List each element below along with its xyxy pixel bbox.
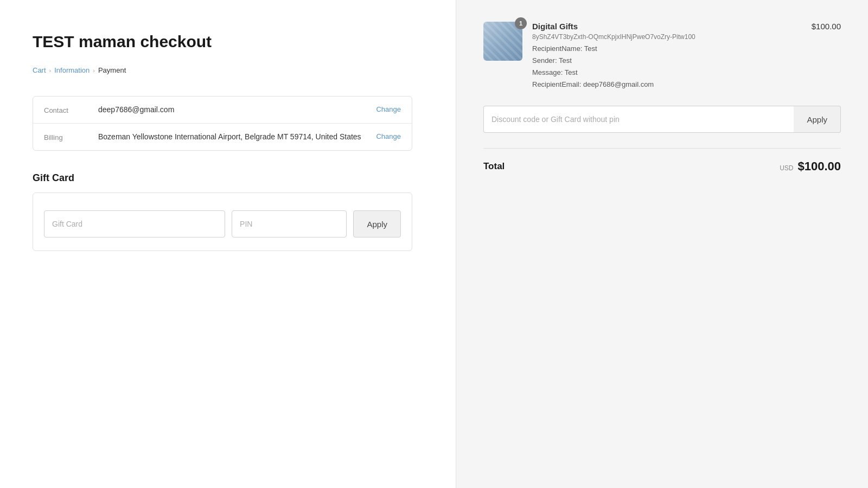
total-amount: $100.00 (797, 159, 841, 174)
contact-value: deep7686@gmail.com (98, 105, 365, 114)
product-meta: RecipientName: Test Sender: Test Message… (532, 43, 802, 91)
total-currency: USD (780, 164, 793, 172)
store-title: TEST maman checkout (33, 33, 412, 51)
contact-change-link[interactable]: Change (376, 105, 401, 113)
total-label: Total (483, 161, 505, 172)
total-divider (483, 148, 841, 149)
gift-card-box: Apply (33, 192, 412, 251)
right-panel: 1 Digital Gifts 8yShZ4VT3byZxth-OQmcKpjx… (456, 0, 868, 488)
product-details: Digital Gifts 8yShZ4VT3byZxth-OQmcKpjxIH… (532, 22, 802, 91)
contact-label: Contact (44, 105, 87, 114)
discount-code-input[interactable] (483, 106, 794, 133)
product-image-wrap: 1 (483, 22, 522, 61)
total-row: Total USD $100.00 (483, 159, 841, 174)
product-recipient-email: RecipientEmail: deep7686@gmail.com (532, 79, 802, 91)
breadcrumb-payment: Payment (98, 66, 126, 74)
gift-card-inputs: Apply (44, 210, 401, 237)
discount-row: Apply (483, 106, 841, 133)
product-item: 1 Digital Gifts 8yShZ4VT3byZxth-OQmcKpjx… (483, 22, 841, 91)
product-message: Message: Test (532, 67, 802, 79)
breadcrumb-cart[interactable]: Cart (33, 66, 46, 74)
gift-card-input[interactable] (44, 210, 225, 237)
breadcrumb-sep-2: › (93, 67, 95, 74)
billing-value: Bozeman Yellowstone International Airpor… (98, 132, 365, 141)
billing-label: Billing (44, 132, 87, 142)
product-sender: Sender: Test (532, 55, 802, 67)
discount-apply-button[interactable]: Apply (794, 106, 841, 133)
gift-card-section-title: Gift Card (33, 172, 412, 184)
gift-card-apply-button[interactable]: Apply (353, 210, 401, 237)
billing-row: Billing Bozeman Yellowstone Internationa… (33, 123, 412, 150)
contact-row: Contact deep7686@gmail.com Change (33, 97, 412, 123)
breadcrumb: Cart › Information › Payment (33, 66, 412, 74)
product-recipient-name: RecipientName: Test (532, 43, 802, 55)
billing-change-link[interactable]: Change (376, 132, 401, 140)
product-sku: 8yShZ4VT3byZxth-OQmcKpjxIHNjPweO7voZry-P… (532, 33, 802, 41)
product-price: $100.00 (812, 22, 841, 31)
product-quantity-badge: 1 (515, 17, 527, 29)
breadcrumb-sep-1: › (49, 67, 52, 74)
product-name: Digital Gifts (532, 22, 802, 31)
left-panel: TEST maman checkout Cart › Information ›… (0, 0, 456, 488)
pin-input[interactable] (232, 210, 347, 237)
contact-billing-box: Contact deep7686@gmail.com Change Billin… (33, 96, 412, 151)
breadcrumb-information[interactable]: Information (54, 66, 90, 74)
total-right: USD $100.00 (780, 159, 841, 174)
